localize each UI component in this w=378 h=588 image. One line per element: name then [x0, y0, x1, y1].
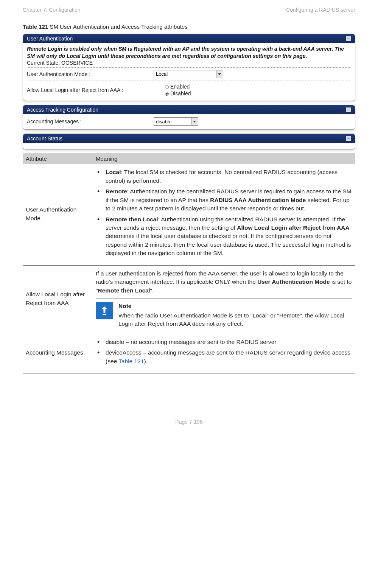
list-item: deviceAccess – accounting messages are s…: [106, 348, 352, 366]
col-attribute: Attribute: [23, 153, 93, 164]
attr-name: Allow Local Login after Reject from AAA: [23, 265, 93, 334]
desc: determines if the local user database is…: [106, 233, 351, 256]
desc: l".: [149, 287, 154, 294]
disabled-label: Disabled: [170, 90, 191, 96]
page-footer: Page 7-196: [23, 419, 355, 432]
enabled-radio[interactable]: Enabled: [165, 83, 191, 90]
list-item: disable – no accounting messages are sen…: [106, 338, 352, 346]
panel-title: Access Tracking Configuration: [27, 107, 98, 113]
list-item: Remote: Authentication by the centralize…: [106, 187, 352, 213]
user-authentication-panel: User Authentication − Remote Login is en…: [23, 34, 355, 101]
attr-name: Accounting Messages: [23, 334, 93, 373]
auth-mode-select[interactable]: [154, 70, 216, 78]
svg-rect-0: [103, 314, 106, 315]
dropdown-icon[interactable]: [191, 117, 198, 126]
list-item: Remote then Local: Authentication using …: [106, 215, 352, 258]
chapter-label: Chapter 7: Configuration: [23, 7, 81, 13]
col-meaning: Meaning: [93, 153, 355, 164]
table-row: User Authentication Mode Local: The loca…: [23, 164, 355, 265]
collapse-icon[interactable]: −: [346, 136, 351, 141]
note-text: When the radio User Authentication Mode …: [118, 311, 352, 328]
term: Allow Local Login after Reject from AAA: [237, 224, 349, 231]
current-state: Current State: OOSERVICE: [27, 60, 351, 66]
table-caption-text: SM User Authentication and Access Tracki…: [48, 23, 188, 30]
panel-title: Account Status: [27, 135, 62, 142]
list-item: Local: The local SM is checked for accou…: [106, 168, 352, 185]
table-caption-number: Table 121: [23, 23, 48, 30]
collapse-icon[interactable]: −: [346, 36, 351, 41]
term: Remote: [106, 188, 127, 194]
panel-title: User Authentication: [27, 36, 73, 42]
dropdown-icon[interactable]: [216, 70, 223, 78]
enabled-label: Enabled: [170, 84, 190, 90]
note-icon: [96, 302, 113, 319]
collapse-icon[interactable]: −: [346, 107, 351, 112]
table-row: Accounting Messages disable – no account…: [23, 334, 355, 373]
table-caption: Table 121 SM User Authentication and Acc…: [23, 23, 355, 30]
attribute-table: Attribute Meaning User Authentication Mo…: [23, 153, 355, 373]
allow-local-label: Allow Local Login after Reject from AAA …: [27, 87, 154, 93]
table-link[interactable]: Table 121: [118, 358, 144, 364]
desc: ).: [144, 358, 147, 364]
term: RADIUS AAA Authentication Mode: [210, 197, 306, 203]
term: Local: [106, 169, 121, 175]
access-tracking-panel: Access Tracking Configuration − Accounti…: [23, 105, 355, 130]
intro-text: Remote Login is enabled only when SM is …: [27, 45, 351, 60]
accounting-label: Accounting Messages :: [27, 118, 154, 124]
note-title: Note: [118, 302, 352, 310]
term: Remote then Loca: [98, 287, 149, 294]
attr-name: User Authentication Mode: [23, 164, 93, 265]
term: User Authentication Mode: [257, 278, 330, 285]
section-label: Configuring a RADIUS server: [286, 7, 355, 13]
auth-mode-label: User Authentication Mode :: [27, 71, 154, 77]
desc: : The local SM is checked for accounts. …: [106, 169, 338, 184]
term: Remote then Local: [106, 216, 158, 222]
disabled-radio[interactable]: Disabled: [165, 90, 191, 97]
account-status-panel: Account Status −: [23, 134, 355, 149]
accounting-select[interactable]: [154, 117, 191, 126]
note-block: Note When the radio User Authentication …: [96, 299, 352, 328]
table-row: Allow Local Login after Reject from AAA …: [23, 265, 355, 334]
